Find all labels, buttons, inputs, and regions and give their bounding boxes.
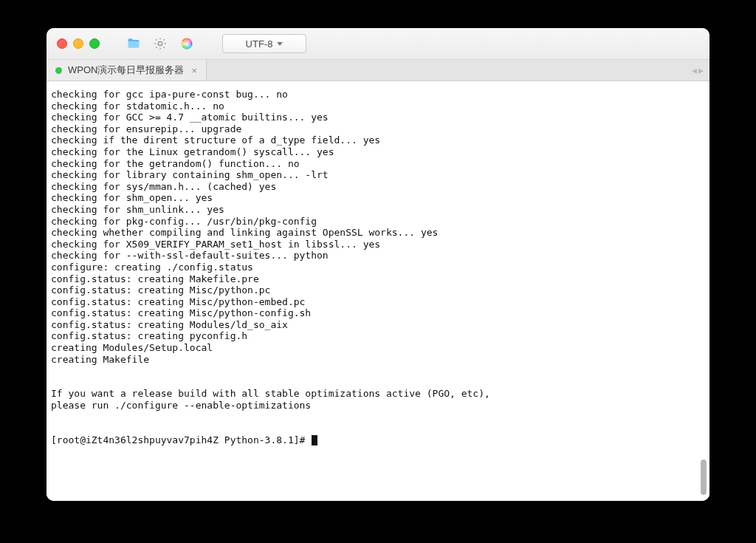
connection-status-dot xyxy=(55,67,62,74)
color-wheel-icon[interactable] xyxy=(176,33,197,54)
zoom-window-button[interactable] xyxy=(89,38,100,49)
folder-icon[interactable] xyxy=(123,33,144,54)
chevron-left-icon: ◂ xyxy=(692,64,697,76)
tab-strip: WPON演示每日早报服务器 × ◂ ▸ xyxy=(47,60,709,81)
minimize-window-button[interactable] xyxy=(73,38,83,49)
svg-point-0 xyxy=(158,41,162,45)
chevron-right-icon: ▸ xyxy=(698,64,704,76)
traffic-lights xyxy=(57,38,100,49)
titlebar: UTF-8 xyxy=(47,28,709,60)
svg-point-1 xyxy=(182,38,193,49)
terminal-window: UTF-8 WPON演示每日早报服务器 × ◂ ▸ checking for g… xyxy=(47,28,709,501)
session-tab[interactable]: WPON演示每日早报服务器 × xyxy=(47,60,207,81)
terminal-cursor xyxy=(312,435,317,445)
terminal-area[interactable]: checking for gcc ipa-pure-const bug... n… xyxy=(47,81,709,501)
close-window-button[interactable] xyxy=(57,38,67,49)
chevron-down-icon xyxy=(277,42,283,46)
tab-title: WPON演示每日早报服务器 xyxy=(68,64,184,77)
terminal-output: checking for gcc ipa-pure-const bug... n… xyxy=(51,89,709,445)
tab-scroll-arrows[interactable]: ◂ ▸ xyxy=(686,60,709,81)
encoding-dropdown[interactable]: UTF-8 xyxy=(222,34,306,53)
gear-icon[interactable] xyxy=(150,33,171,54)
scrollbar-thumb[interactable] xyxy=(701,460,707,495)
encoding-label: UTF-8 xyxy=(246,38,273,49)
close-tab-icon[interactable]: × xyxy=(191,66,197,75)
